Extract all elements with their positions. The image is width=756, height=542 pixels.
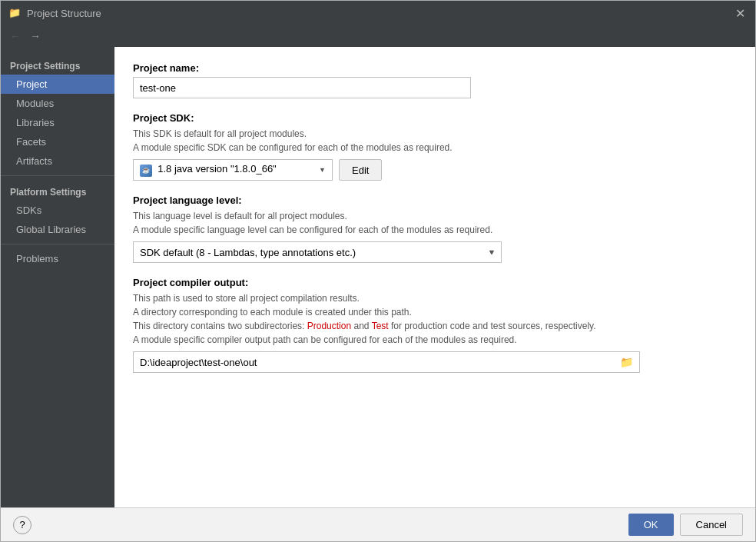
compiler-path-row: 📁 xyxy=(133,351,640,373)
cancel-button[interactable]: Cancel xyxy=(680,514,743,536)
sdk-icon-box: ☕ xyxy=(140,165,152,177)
sidebar: Project Settings Project Modules Librari… xyxy=(1,47,114,507)
dialog-title: Project Structure xyxy=(27,8,101,19)
platform-settings-header: Platform Settings xyxy=(1,181,114,201)
sidebar-divider xyxy=(1,175,114,176)
compiler-output-label: Project compiler output: xyxy=(133,277,737,288)
sidebar-label-facets: Facets xyxy=(16,136,46,148)
sidebar-label-project: Project xyxy=(16,78,47,90)
main-body: Project Settings Project Modules Librari… xyxy=(1,47,755,507)
sidebar-divider-2 xyxy=(1,244,114,244)
bottom-bar: ? OK Cancel xyxy=(1,507,755,541)
compiler-path-input[interactable] xyxy=(140,357,620,368)
sidebar-item-project[interactable]: Project xyxy=(1,75,114,94)
content-panel: Project name: Project SDK: This SDK is d… xyxy=(114,47,755,507)
language-level-desc: This language level is default for all p… xyxy=(133,209,737,237)
forward-button[interactable]: → xyxy=(27,28,44,44)
project-sdk-group: Project SDK: This SDK is default for all… xyxy=(133,112,737,181)
sidebar-label-global-libraries: Global Libraries xyxy=(16,224,86,235)
compiler-output-desc: This path is used to store all project c… xyxy=(133,291,737,347)
ok-button[interactable]: OK xyxy=(628,514,674,536)
folder-browse-icon[interactable]: 📁 xyxy=(620,356,633,368)
sdk-edit-button[interactable]: Edit xyxy=(339,159,382,181)
project-sdk-label: Project SDK: xyxy=(133,112,737,124)
sdk-select[interactable]: ☕ 1.8 java version "1.8.0_66" ▼ xyxy=(133,159,333,181)
sidebar-item-problems[interactable]: Problems xyxy=(1,249,114,268)
sidebar-label-artifacts: Artifacts xyxy=(16,155,52,167)
sidebar-item-artifacts[interactable]: Artifacts xyxy=(1,151,114,171)
project-name-input[interactable] xyxy=(133,77,471,98)
language-level-select-wrapper: SDK default (8 - Lambdas, type annotatio… xyxy=(133,241,502,263)
back-button[interactable]: ← xyxy=(7,28,24,44)
sidebar-label-problems: Problems xyxy=(16,253,58,264)
project-sdk-desc: This SDK is default for all project modu… xyxy=(133,127,737,155)
app-icon: 📁 xyxy=(8,7,21,19)
sidebar-item-global-libraries[interactable]: Global Libraries xyxy=(1,220,114,239)
sidebar-label-libraries: Libraries xyxy=(16,117,55,128)
sidebar-item-libraries[interactable]: Libraries xyxy=(1,113,114,132)
language-level-label: Project language level: xyxy=(133,195,737,206)
language-chevron-icon: ▼ xyxy=(488,248,495,256)
title-bar: 📁 Project Structure ✕ xyxy=(1,1,755,25)
sidebar-item-modules[interactable]: Modules xyxy=(1,94,114,113)
sdk-chevron-icon: ▼ xyxy=(319,166,326,174)
compiler-output-group: Project compiler output: This path is us… xyxy=(133,277,737,373)
sdk-row: ☕ 1.8 java version "1.8.0_66" ▼ Edit xyxy=(133,159,737,181)
project-name-group: Project name: xyxy=(133,62,737,98)
language-level-group: Project language level: This language le… xyxy=(133,195,737,263)
sidebar-item-facets[interactable]: Facets xyxy=(1,132,114,151)
sdk-icon: ☕ 1.8 java version "1.8.0_66" xyxy=(140,163,277,177)
close-button[interactable]: ✕ xyxy=(732,5,748,21)
project-name-label: Project name: xyxy=(133,62,737,74)
sidebar-label-modules: Modules xyxy=(16,98,54,109)
title-bar-left: 📁 Project Structure xyxy=(8,7,101,19)
sidebar-item-sdks[interactable]: SDKs xyxy=(1,201,114,220)
language-level-select[interactable]: SDK default (8 - Lambdas, type annotatio… xyxy=(133,241,502,263)
sidebar-label-sdks: SDKs xyxy=(16,204,41,216)
help-button[interactable]: ? xyxy=(13,516,32,534)
project-structure-dialog: 📁 Project Structure ✕ ← → Project Settin… xyxy=(0,0,756,542)
toolbar: ← → xyxy=(1,25,755,47)
project-settings-header: Project Settings xyxy=(1,55,114,75)
bottom-actions: OK Cancel xyxy=(628,514,743,536)
